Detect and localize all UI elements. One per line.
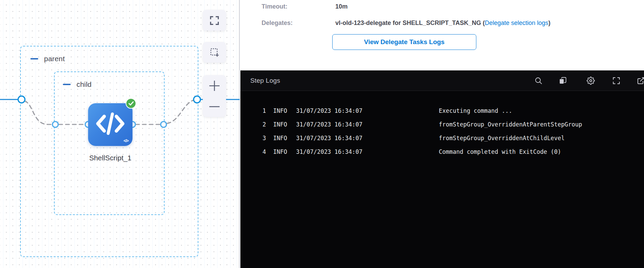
code-icon	[95, 110, 126, 137]
maximize-icon[interactable]	[612, 77, 620, 85]
log-line: 1 INFO 31/07/2023 16:34:07 Executing com…	[240, 104, 644, 118]
child-entry-port[interactable]	[53, 122, 58, 128]
group-entry-port[interactable]	[18, 96, 25, 103]
step-node-label: ShellScript_1	[76, 154, 144, 162]
view-delegate-tasks-logs-button[interactable]: View Delegate Tasks Logs	[332, 34, 476, 50]
success-check-icon	[126, 98, 136, 109]
fullscreen-icon	[209, 15, 220, 26]
step-logs-console: Step Logs 1 INF	[240, 70, 644, 268]
step-logs-header: Step Logs	[240, 70, 644, 91]
shell-script-badge-icon: </>	[124, 138, 128, 143]
delegate-selection-logs-link[interactable]: Delegate selection logs	[485, 19, 548, 26]
canvas-zoom-controls	[203, 75, 226, 117]
step-details-section: Timeout: 10m Delegates: vl-old-123-deleg…	[240, 0, 644, 70]
marquee-select-icon	[209, 47, 220, 58]
timeout-label: Timeout:	[262, 3, 288, 10]
delegates-label: Delegates:	[262, 19, 293, 27]
pipeline-canvas[interactable]: parent child </> ShellScr	[0, 0, 240, 268]
search-icon[interactable]	[534, 77, 543, 85]
plus-icon	[209, 80, 220, 92]
group-exit-port[interactable]	[194, 96, 200, 103]
minus-icon	[209, 105, 220, 108]
timeout-value: 10m	[335, 3, 348, 10]
log-line: 3 INFO 31/07/2023 16:34:07 fromStepGroup…	[240, 131, 644, 145]
log-line: 2 INFO 31/07/2023 16:34:07 fromStepGroup…	[240, 118, 644, 131]
zoom-out-button[interactable]	[203, 96, 226, 117]
step-logs-body[interactable]: 1 INFO 31/07/2023 16:34:07 Executing com…	[240, 91, 644, 159]
delegates-value: vl-old-123-delegate for SHELL_SCRIPT_TAS…	[335, 19, 550, 27]
open-external-icon[interactable]	[637, 77, 644, 85]
canvas-expand-button[interactable]	[203, 10, 226, 31]
step-details-panel: Timeout: 10m Delegates: vl-old-123-deleg…	[240, 0, 644, 268]
canvas-marquee-select-button[interactable]	[203, 42, 226, 63]
step-logs-title: Step Logs	[250, 77, 280, 84]
child-exit-port[interactable]	[161, 122, 167, 128]
copy-icon[interactable]	[559, 77, 567, 85]
settings-gear-icon[interactable]	[587, 77, 595, 85]
step-node-shellscript[interactable]: </>	[88, 103, 132, 146]
zoom-in-button[interactable]	[203, 75, 226, 96]
log-line: 4 INFO 31/07/2023 16:34:07 Command compl…	[240, 145, 644, 159]
